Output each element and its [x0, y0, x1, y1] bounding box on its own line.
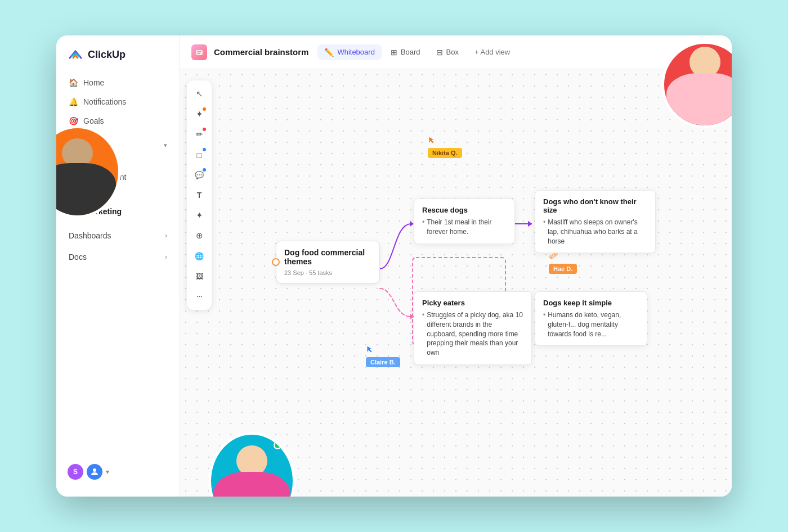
card-rescue-dogs[interactable]: Rescue dogs Their 1st meal in their fore…	[414, 199, 515, 244]
goals-icon: 🎯	[69, 116, 78, 125]
whiteboard-tab-label: Whiteboard	[337, 48, 374, 56]
bell-icon: 🔔	[69, 97, 78, 106]
toolbar-image-btn[interactable]: 🖼	[190, 267, 208, 285]
clickup-logo-icon	[68, 47, 83, 62]
dashboards-label: Dashboards	[69, 231, 111, 240]
toolbar-magic-btn[interactable]: ✦	[190, 206, 208, 224]
ai-dot	[203, 107, 206, 111]
main-node-status-circle	[272, 258, 280, 266]
app-window: ClickUp 🏠 Home 🔔 Notifications 🎯 Goals S…	[56, 35, 732, 497]
cursor-claire-label: Claire B.	[366, 357, 400, 367]
box-tab-label: Box	[446, 48, 459, 56]
card-picky-eaters[interactable]: Picky eaters Struggles of a picky dog, a…	[414, 291, 532, 365]
person-icon	[90, 467, 99, 476]
chevron-right-icon: ›	[165, 232, 167, 240]
toolbar-more-btn[interactable]: ···	[190, 287, 208, 305]
add-view-button[interactable]: + Add view	[468, 44, 517, 60]
dogs-size-bullet: Mastiff who sleeps on owner's lap, chihu…	[543, 218, 647, 246]
nav-items: 🏠 Home 🔔 Notifications 🎯 Goals	[56, 74, 180, 130]
home-icon: 🏠	[69, 78, 78, 87]
toolbar-text-btn[interactable]: T	[190, 186, 208, 204]
project-icon-svg	[195, 48, 204, 57]
toolbar-rect-btn[interactable]: □	[190, 146, 208, 164]
sidebar-item-docs[interactable]: Docs ›	[62, 247, 174, 267]
svg-marker-2	[410, 221, 414, 227]
dogs-simple-title: Dogs keep it simple	[543, 299, 639, 307]
header: Commercial brainstorm ✏️ Whiteboard ⊞ Bo…	[180, 35, 732, 69]
main-node-meta: 23 Sep · 55 tasks	[284, 269, 371, 276]
sidebar-item-home[interactable]: 🏠 Home	[62, 74, 174, 92]
dogs-simple-bullet: Humans do keto, vegan, gluten-f... dog m…	[543, 310, 639, 339]
toolbar-mindmap-btn[interactable]: ⊕	[190, 227, 208, 245]
toolbar-globe-btn[interactable]: 🌐	[190, 247, 208, 265]
connector-lines	[180, 69, 732, 497]
tab-board[interactable]: ⊞ Board	[384, 44, 427, 60]
project-title: Commercial brainstorm	[214, 47, 308, 57]
main-node[interactable]: Dog food commercial themes 23 Sep · 55 t…	[276, 241, 380, 283]
main-content: Commercial brainstorm ✏️ Whiteboard ⊞ Bo…	[180, 35, 732, 497]
whiteboard-tab-icon: ✏️	[324, 48, 334, 57]
sidebar: ClickUp 🏠 Home 🔔 Notifications 🎯 Goals S…	[56, 35, 180, 497]
breadcrumb-section: Commercial brainstorm	[191, 44, 308, 60]
chevron-down-icon: ▾	[164, 142, 167, 149]
cursor-arrow-claire	[366, 345, 374, 354]
box-tab-icon: ⊟	[436, 48, 443, 57]
notifications-label: Notifications	[83, 97, 126, 106]
toolbar-pen-btn[interactable]: ✏	[190, 125, 208, 143]
card-dogs-size[interactable]: Dogs who don't know their size Mastiff w…	[535, 190, 656, 253]
sidebar-item-dashboards[interactable]: Dashboards ›	[62, 226, 174, 245]
person-man	[56, 128, 118, 215]
picky-eaters-bullet: Struggles of a picky dog, aka 10 differe…	[422, 310, 523, 358]
home-label: Home	[83, 78, 104, 87]
dogs-size-title: Dogs who don't know their size	[543, 197, 647, 214]
avatar-user-s[interactable]: S	[68, 464, 83, 480]
rescue-dogs-bullet: Their 1st meal in their forever home.	[422, 218, 507, 237]
logo-text: ClickUp	[88, 49, 126, 61]
add-view-label: + Add view	[474, 48, 510, 56]
woman-body	[666, 73, 732, 125]
tab-whiteboard[interactable]: ✏️ Whiteboard	[317, 44, 381, 60]
board-tab-label: Board	[401, 48, 420, 56]
rescue-dogs-title: Rescue dogs	[422, 206, 507, 214]
comment-dot	[203, 168, 206, 172]
header-tabs: ✏️ Whiteboard ⊞ Board ⊟ Box + Add view	[317, 44, 517, 60]
toolbar-cursor-btn[interactable]: ↖	[190, 85, 208, 103]
woman2-body	[213, 472, 291, 497]
cursor-arrow-nikita	[428, 136, 436, 145]
logo-area: ClickUp	[56, 47, 180, 74]
toolbar-comment-btn[interactable]: 💬	[190, 166, 208, 184]
person-woman	[664, 44, 732, 125]
picky-eaters-title: Picky eaters	[422, 299, 523, 307]
avatar-user-p[interactable]	[87, 464, 102, 480]
project-icon	[191, 44, 207, 60]
cursor-hae-label: Hae D.	[549, 264, 577, 274]
toolbar-ai-btn[interactable]: ✦	[190, 105, 208, 123]
card-dogs-simple[interactable]: Dogs keep it simple Humans do keto, vega…	[535, 291, 647, 346]
tab-box[interactable]: ⊟ Box	[429, 44, 465, 60]
goals-label: Goals	[83, 116, 104, 125]
docs-label: Docs	[69, 253, 87, 262]
chevron-right-icon-2: ›	[165, 253, 167, 261]
rect-dot	[203, 148, 206, 151]
cursor-nikita: Nikita Q.	[428, 136, 436, 147]
main-node-title: Dog food commercial themes	[284, 248, 371, 266]
board-tab-icon: ⊞	[391, 48, 397, 57]
sidebar-bottom: S ▾	[56, 458, 180, 485]
whiteboard-canvas[interactable]: ↖ ✦ ✏ □ 💬 T ✦ ⊕	[180, 69, 732, 497]
online-dot-bottom	[274, 441, 281, 449]
svg-marker-4	[528, 221, 532, 227]
cursor-nikita-label: Nikita Q.	[428, 148, 462, 158]
svg-rect-1	[196, 50, 203, 55]
cursor-claire: Claire B.	[366, 345, 374, 356]
pen-dot	[203, 128, 206, 131]
svg-point-0	[93, 468, 96, 472]
sidebar-item-notifications[interactable]: 🔔 Notifications	[62, 93, 174, 111]
dropdown-arrow: ▾	[106, 468, 109, 476]
cursor-hae: ✏ Hae D.	[549, 249, 558, 263]
whiteboard-toolbar: ↖ ✦ ✏ □ 💬 T ✦ ⊕	[187, 80, 212, 310]
